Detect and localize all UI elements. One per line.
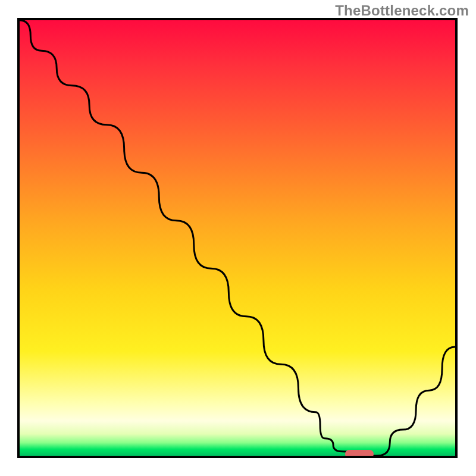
optimum-marker [345, 450, 374, 458]
heat-gradient-background [20, 20, 455, 456]
watermark-text: TheBottleneck.com [335, 2, 469, 19]
plot-area [17, 18, 458, 458]
chart-container: TheBottleneck.com [0, 0, 476, 476]
